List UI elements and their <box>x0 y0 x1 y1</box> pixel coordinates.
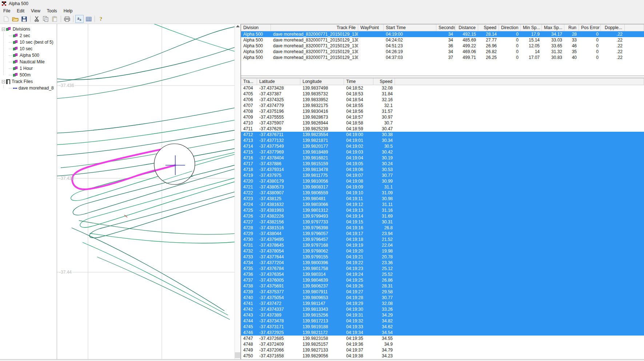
print-icon[interactable] <box>63 15 71 23</box>
paste-icon[interactable] <box>51 15 59 23</box>
table-row[interactable]: 4747-37.4372685139.982315804:19:3534.55 <box>241 336 644 341</box>
table-row[interactable]: Alpha 500dave morehead_832000771_2015012… <box>241 49 644 55</box>
tree-node-division[interactable]: 500m <box>9 72 57 78</box>
column-header-seconds[interactable]: Seconds <box>436 24 455 31</box>
table-row[interactable]: 4731-37.4378645139.979716804:19:1922.04 <box>241 242 644 248</box>
table-row[interactable]: 4748-37.4372409139.982515704:19:3634.9 <box>241 341 644 347</box>
column-header-min-sp[interactable]: Min Sp... <box>521 24 542 31</box>
tree-node-track-files[interactable]: − Track Files <box>0 78 57 85</box>
table-row[interactable]: 4750-37.4371658139.982905604:19:3834.23 <box>241 353 644 359</box>
table-row[interactable]: 4737-37.4376005139.980463904:19:2526.86 <box>241 277 644 283</box>
scrollbar-thumb[interactable] <box>235 352 240 358</box>
tree-node-division[interactable]: 10 sec <box>9 45 57 52</box>
table-row[interactable]: Alpha 500dave morehead_832000771_2015012… <box>241 31 644 37</box>
table-row[interactable]: 4733-37.4377644139.979915504:19:2120.78 <box>241 254 644 260</box>
table-row[interactable]: 4716-37.4378404139.981682104:19:0430.19 <box>241 155 644 161</box>
column-header-waypoint[interactable]: WayPoint <box>358 24 384 31</box>
column-header-pos-error[interactable]: Pos Error <box>579 24 601 31</box>
table-row[interactable]: 4740-37.4375054139.980965304:19:2830.77 <box>241 295 644 301</box>
table-row[interactable]: 4722-37.4380907139.980655904:19:1031.09 <box>241 190 644 196</box>
table-row[interactable]: 4726-37.4382226139.979949304:19:1431.69 <box>241 213 644 219</box>
column-header-longitude[interactable]: Longitude <box>300 78 344 85</box>
table-row[interactable]: 4744-37.4373478139.981721304:19:3234.82 <box>241 318 644 324</box>
new-file-icon[interactable] <box>2 15 10 23</box>
table-row[interactable]: 4735-37.4376784139.980175804:19:2325.12 <box>241 266 644 271</box>
column-header-speed[interactable]: Speed <box>478 24 499 31</box>
table-row[interactable]: 4739-37.4375377139.980791104:19:2729.58 <box>241 289 644 295</box>
table-row[interactable]: 4717-37.437886139.981515904:19:0530.24 <box>241 161 644 167</box>
table-row[interactable]: 4742-37.4374337139.981334304:19:3033.26 <box>241 306 644 312</box>
menu-edit[interactable]: Edit <box>13 8 28 14</box>
column-header-run[interactable]: Run <box>564 24 579 31</box>
menu-help[interactable]: Help <box>60 8 76 14</box>
table-row[interactable]: 4718-37.4379314139.981347804:19:0630.53 <box>241 167 644 172</box>
table-row[interactable]: 4710-37.4375907139.982694404:18:5830.7 <box>241 120 644 126</box>
menu-view[interactable]: View <box>28 8 44 14</box>
table-row[interactable]: 4729-37.438044139.979605704:19:1723.94 <box>241 231 644 237</box>
scroll-up-icon[interactable] <box>236 25 240 27</box>
table-row[interactable]: 4714-37.4377549139.982017704:19:0230.5 <box>241 143 644 149</box>
table-row[interactable]: 4715-37.4377969139.981848904:19:0330.42 <box>241 149 644 155</box>
table-row[interactable]: 4745-37.4373171139.981918804:19:3334.62 <box>241 324 644 330</box>
tree-node-divisions[interactable]: − Divisions <box>0 26 57 32</box>
table-row[interactable]: Alpha 500dave morehead_832000771_2015012… <box>241 37 644 43</box>
table-row[interactable]: 4749-37.4372066139.982713304:19:3734.79 <box>241 347 644 353</box>
table-row[interactable]: 4705-37.437387139.983573204:18:5331.84 <box>241 91 644 97</box>
tree-node-division[interactable]: 2 sec <box>9 32 57 39</box>
table-row[interactable]: 4711-37.437629139.982523904:18:5930.47 <box>241 126 644 132</box>
tree-node-division[interactable]: Nautical Mile <box>9 59 57 65</box>
tree-node-division[interactable]: 1 Hour <box>9 65 57 72</box>
table-row[interactable]: 4706-37.4374325139.983395204:18:5432.16 <box>241 97 644 103</box>
table-row[interactable]: 4738-37.4375691139.980623704:19:2628.31 <box>241 283 644 289</box>
table-row[interactable]: Alpha 500dave morehead_832000771_2015012… <box>241 43 644 49</box>
tree-node-division[interactable]: 10 sec (best of 5) <box>9 39 57 45</box>
table-row[interactable]: 4741-37.437472139.98114704:19:2932.08 <box>241 301 644 306</box>
column-header-direction[interactable]: Direction <box>499 24 521 31</box>
table-row[interactable]: Alpha 500dave morehead_832000771_2015012… <box>241 55 644 60</box>
map-vertical-scrollbar[interactable] <box>235 24 241 359</box>
point-marks-toggle-icon[interactable]: a̲a̲ <box>75 15 84 23</box>
table-row[interactable]: 4720-37.4380179139.981005604:19:0830.99 <box>241 178 644 184</box>
table-row[interactable]: 4728-37.4381516139.979639804:19:1626.8 <box>241 225 644 231</box>
cut-icon[interactable] <box>32 15 41 23</box>
table-row[interactable]: 4712-37.4376711139.982355404:19:0030.38 <box>241 132 644 138</box>
table-row[interactable]: 4743-37.437389139.981525604:19:3134.29 <box>241 312 644 318</box>
table-row[interactable]: 4719-37.437975139.981177504:19:0730.77 <box>241 172 644 178</box>
track-map[interactable]: -37.436 -37.438 -37.44 <box>57 24 235 359</box>
menu-tools[interactable]: Tools <box>44 8 60 14</box>
column-header-start-time[interactable]: Start Time <box>384 24 436 31</box>
column-header-time[interactable]: Time <box>344 78 373 85</box>
tree-node-division[interactable]: Alpha 500 <box>9 52 57 59</box>
table-row[interactable]: 4709-37.4375555139.982867304:18:5730.97 <box>241 114 644 120</box>
tree-node-track-file[interactable]: dave morehead_8 <box>9 85 57 91</box>
table-row[interactable]: 4721-37.4380573139.980831704:19:0931.1 <box>241 184 644 190</box>
table-row[interactable]: 4713-37.4377132139.982187104:19:0130.34 <box>241 138 644 143</box>
collapse-icon[interactable]: − <box>2 80 5 83</box>
column-header-latitude[interactable]: Latitude <box>257 78 300 85</box>
column-header-speed[interactable]: Speed <box>373 78 395 85</box>
collapse-icon[interactable]: − <box>2 28 5 31</box>
help-icon[interactable]: ? <box>97 15 105 23</box>
table-row[interactable]: 4732-37.4378054139.979806204:19:2019.98 <box>241 248 644 254</box>
table-row[interactable]: 4730-37.4379495139.979645704:19:1821.52 <box>241 237 644 242</box>
copy-icon[interactable] <box>41 15 50 23</box>
table-row[interactable]: 4723-37.438125139.98048104:19:1130.98 <box>241 196 644 202</box>
pane-splitter[interactable] <box>241 75 644 78</box>
column-header-distance[interactable]: Distance <box>455 24 478 31</box>
table-row[interactable]: 4704-37.4373428139.983749804:18:5232.08 <box>241 85 644 91</box>
table-row[interactable]: 4734-37.4377204139.980039604:19:2223.36 <box>241 260 644 266</box>
table-row[interactable]: 4746-37.4372925139.982117204:19:3434.54 <box>241 330 644 336</box>
save-file-icon[interactable] <box>20 15 28 23</box>
table-row[interactable]: 4707-37.4374779139.983217504:18:5532.1 <box>241 103 644 108</box>
table-row[interactable]: 4708-37.4375196139.983041604:18:5631.57 <box>241 108 644 114</box>
column-header-track-file[interactable]: Track File <box>271 24 358 31</box>
menu-file[interactable]: File <box>0 8 13 14</box>
data-grid-icon[interactable] <box>84 15 93 23</box>
open-file-icon[interactable] <box>11 15 19 23</box>
table-row[interactable]: 4725-37.4381993139.980131204:19:1331.16 <box>241 207 644 213</box>
column-header-dopple[interactable]: Dopple... <box>601 24 625 31</box>
table-row[interactable]: 4736-37.4376354139.98031404:19:2425.52 <box>241 271 644 277</box>
column-header-division[interactable]: Division <box>241 24 271 31</box>
column-header-tra[interactable]: Tra... <box>241 78 257 85</box>
table-row[interactable]: 4727-37.4382156139.979773304:19:1530.31 <box>241 219 644 225</box>
